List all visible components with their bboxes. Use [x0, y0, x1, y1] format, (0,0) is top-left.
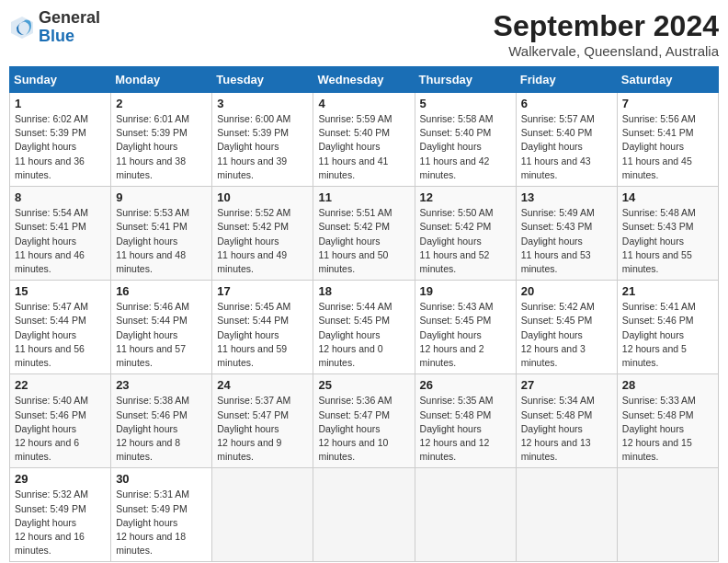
calendar-day-cell: 27Sunrise: 5:34 AMSunset: 5:48 PMDayligh… [516, 374, 617, 468]
day-number: 15 [15, 284, 106, 298]
day-number: 10 [217, 190, 308, 204]
day-info: Sunrise: 5:46 AMSunset: 5:44 PMDaylight … [116, 300, 207, 370]
day-info: Sunrise: 5:52 AMSunset: 5:42 PMDaylight … [217, 206, 308, 276]
calendar-day-cell: 16Sunrise: 5:46 AMSunset: 5:44 PMDayligh… [111, 281, 212, 374]
weekday-header-thursday: Thursday [415, 67, 516, 93]
title-area: September 2024 Walkervale, Queensland, A… [494, 9, 719, 59]
day-info: Sunrise: 6:02 AMSunset: 5:39 PMDaylight … [15, 112, 106, 182]
day-number: 5 [420, 97, 511, 110]
day-number: 3 [217, 97, 308, 110]
calendar-week-row: 29Sunrise: 5:32 AMSunset: 5:49 PMDayligh… [10, 468, 719, 562]
month-title: September 2024 [494, 9, 719, 43]
calendar-day-cell: 30Sunrise: 5:31 AMSunset: 5:49 PMDayligh… [111, 468, 212, 562]
weekday-header-sunday: Sunday [10, 67, 111, 93]
day-number: 29 [15, 472, 106, 486]
calendar-week-row: 8Sunrise: 5:54 AMSunset: 5:41 PMDaylight… [10, 187, 719, 281]
day-info: Sunrise: 5:57 AMSunset: 5:40 PMDaylight … [521, 112, 612, 182]
calendar-day-cell: 8Sunrise: 5:54 AMSunset: 5:41 PMDaylight… [10, 187, 111, 281]
day-number: 26 [420, 378, 511, 392]
day-number: 27 [521, 378, 612, 392]
day-info: Sunrise: 5:34 AMSunset: 5:48 PMDaylight … [521, 394, 612, 464]
weekday-header-monday: Monday [111, 67, 212, 93]
day-info: Sunrise: 5:44 AMSunset: 5:45 PMDaylight … [318, 300, 409, 370]
calendar-day-cell: 15Sunrise: 5:47 AMSunset: 5:44 PMDayligh… [10, 281, 111, 374]
calendar-day-cell: 17Sunrise: 5:45 AMSunset: 5:44 PMDayligh… [212, 281, 313, 374]
day-number: 11 [318, 190, 409, 204]
day-info: Sunrise: 5:59 AMSunset: 5:40 PMDaylight … [318, 112, 409, 182]
calendar-day-cell [415, 468, 516, 562]
day-info: Sunrise: 5:33 AMSunset: 5:48 PMDaylight … [622, 394, 713, 464]
day-number: 19 [420, 284, 511, 298]
day-number: 16 [116, 284, 207, 298]
logo-icon [9, 15, 35, 40]
day-number: 25 [318, 378, 409, 392]
calendar-week-row: 22Sunrise: 5:40 AMSunset: 5:46 PMDayligh… [10, 374, 719, 468]
day-info: Sunrise: 5:31 AMSunset: 5:49 PMDaylight … [116, 488, 207, 557]
calendar-week-row: 1Sunrise: 6:02 AMSunset: 5:39 PMDaylight… [10, 93, 719, 187]
calendar-day-cell: 21Sunrise: 5:41 AMSunset: 5:46 PMDayligh… [617, 281, 718, 374]
calendar-week-row: 15Sunrise: 5:47 AMSunset: 5:44 PMDayligh… [10, 281, 719, 374]
calendar-day-cell: 4Sunrise: 5:59 AMSunset: 5:40 PMDaylight… [313, 93, 415, 187]
day-number: 22 [15, 378, 106, 392]
day-info: Sunrise: 5:48 AMSunset: 5:43 PMDaylight … [622, 206, 713, 276]
day-info: Sunrise: 5:58 AMSunset: 5:40 PMDaylight … [420, 112, 511, 182]
calendar-day-cell: 20Sunrise: 5:42 AMSunset: 5:45 PMDayligh… [516, 281, 617, 374]
day-number: 1 [15, 97, 106, 110]
calendar-day-cell: 23Sunrise: 5:38 AMSunset: 5:46 PMDayligh… [111, 374, 212, 468]
day-info: Sunrise: 5:53 AMSunset: 5:41 PMDaylight … [116, 206, 207, 276]
day-info: Sunrise: 5:38 AMSunset: 5:46 PMDaylight … [116, 394, 207, 464]
calendar-day-cell: 29Sunrise: 5:32 AMSunset: 5:49 PMDayligh… [10, 468, 111, 562]
day-number: 20 [521, 284, 612, 298]
day-number: 17 [217, 284, 308, 298]
day-number: 13 [521, 190, 612, 204]
day-info: Sunrise: 5:40 AMSunset: 5:46 PMDaylight … [15, 394, 106, 464]
calendar-day-cell: 10Sunrise: 5:52 AMSunset: 5:42 PMDayligh… [212, 187, 313, 281]
calendar-day-cell: 1Sunrise: 6:02 AMSunset: 5:39 PMDaylight… [10, 93, 111, 187]
day-number: 2 [116, 97, 207, 110]
day-info: Sunrise: 5:32 AMSunset: 5:49 PMDaylight … [15, 488, 106, 557]
calendar-day-cell: 13Sunrise: 5:49 AMSunset: 5:43 PMDayligh… [516, 187, 617, 281]
day-number: 30 [116, 472, 207, 486]
day-info: Sunrise: 5:49 AMSunset: 5:43 PMDaylight … [521, 206, 612, 276]
day-number: 9 [116, 190, 207, 204]
day-info: Sunrise: 6:00 AMSunset: 5:39 PMDaylight … [217, 112, 308, 182]
weekday-header-friday: Friday [516, 67, 617, 93]
calendar-day-cell: 5Sunrise: 5:58 AMSunset: 5:40 PMDaylight… [415, 93, 516, 187]
day-number: 4 [318, 97, 409, 110]
page-header: General Blue September 2024 Walkervale, … [9, 9, 719, 59]
day-number: 23 [116, 378, 207, 392]
calendar-day-cell: 25Sunrise: 5:36 AMSunset: 5:47 PMDayligh… [313, 374, 415, 468]
day-info: Sunrise: 5:42 AMSunset: 5:45 PMDaylight … [521, 300, 612, 370]
calendar-table: SundayMondayTuesdayWednesdayThursdayFrid… [9, 66, 719, 562]
day-info: Sunrise: 5:41 AMSunset: 5:46 PMDaylight … [622, 300, 713, 370]
calendar-day-cell: 22Sunrise: 5:40 AMSunset: 5:46 PMDayligh… [10, 374, 111, 468]
day-info: Sunrise: 5:43 AMSunset: 5:45 PMDaylight … [420, 300, 511, 370]
day-info: Sunrise: 5:36 AMSunset: 5:47 PMDaylight … [318, 394, 409, 464]
day-number: 21 [622, 284, 713, 298]
calendar-day-cell: 19Sunrise: 5:43 AMSunset: 5:45 PMDayligh… [415, 281, 516, 374]
day-info: Sunrise: 5:51 AMSunset: 5:42 PMDaylight … [318, 206, 409, 276]
calendar-day-cell [313, 468, 415, 562]
day-number: 7 [622, 97, 713, 110]
day-number: 8 [15, 190, 106, 204]
weekday-header-wednesday: Wednesday [313, 67, 415, 93]
calendar-day-cell: 9Sunrise: 5:53 AMSunset: 5:41 PMDaylight… [111, 187, 212, 281]
calendar-day-cell [617, 468, 718, 562]
day-info: Sunrise: 5:45 AMSunset: 5:44 PMDaylight … [217, 300, 308, 370]
calendar-day-cell [516, 468, 617, 562]
day-info: Sunrise: 5:37 AMSunset: 5:47 PMDaylight … [217, 394, 308, 464]
day-number: 14 [622, 190, 713, 204]
calendar-day-cell: 24Sunrise: 5:37 AMSunset: 5:47 PMDayligh… [212, 374, 313, 468]
day-info: Sunrise: 5:50 AMSunset: 5:42 PMDaylight … [420, 206, 511, 276]
day-number: 18 [318, 284, 409, 298]
calendar-day-cell: 26Sunrise: 5:35 AMSunset: 5:48 PMDayligh… [415, 374, 516, 468]
day-info: Sunrise: 6:01 AMSunset: 5:39 PMDaylight … [116, 112, 207, 182]
weekday-header-saturday: Saturday [617, 67, 718, 93]
logo: General Blue [9, 9, 100, 46]
weekday-header-tuesday: Tuesday [212, 67, 313, 93]
location-title: Walkervale, Queensland, Australia [494, 43, 719, 59]
day-number: 28 [622, 378, 713, 392]
calendar-day-cell: 6Sunrise: 5:57 AMSunset: 5:40 PMDaylight… [516, 93, 617, 187]
calendar-day-cell: 28Sunrise: 5:33 AMSunset: 5:48 PMDayligh… [617, 374, 718, 468]
calendar-day-cell: 18Sunrise: 5:44 AMSunset: 5:45 PMDayligh… [313, 281, 415, 374]
